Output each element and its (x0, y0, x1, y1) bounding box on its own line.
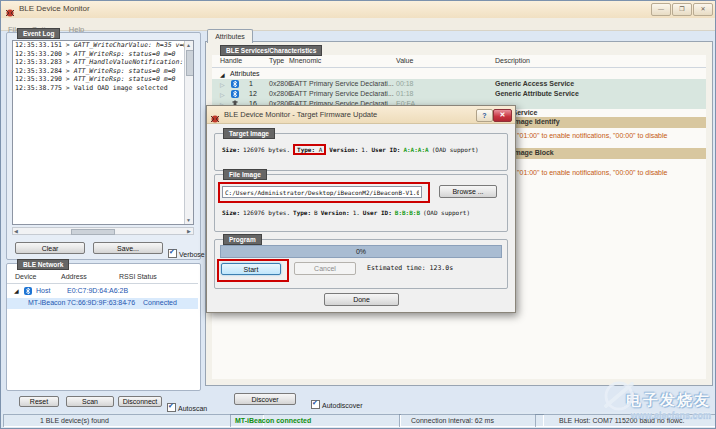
attributes-root-row[interactable]: ◢ Attributes (212, 69, 706, 79)
autodiscover-checkbox[interactable]: Autodiscover (311, 394, 362, 412)
start-button[interactable]: Start (221, 263, 281, 275)
col-handle: Handle (220, 57, 242, 64)
menu-bar: File Options Help (1, 18, 716, 31)
scroll-down-icon[interactable]: ▼ (186, 217, 191, 223)
scan-button[interactable]: Scan (66, 396, 114, 407)
start-annotation-box: Start (217, 259, 289, 282)
scroll-right-icon[interactable]: ▶ (187, 228, 191, 234)
log-line: 12:35:33.151 > GATT_WriteCharValue: h=35… (15, 42, 193, 50)
help-button[interactable]: ? (476, 109, 493, 122)
dialog-titlebar: BLE Device Monitor - Target Firmware Upd… (207, 106, 515, 124)
col-status: Status (137, 273, 157, 280)
col-rssi: RSSI (119, 273, 135, 280)
file-path-input[interactable] (222, 186, 422, 198)
cancel-button[interactable]: Cancel (294, 262, 356, 275)
col-mnenomic: Mnenomic (289, 57, 321, 64)
window-titlebar: BLE Device Monitor — ❐ ✕ (1, 1, 716, 19)
expander-icon[interactable]: ▷ (220, 81, 225, 88)
log-line: 12:35:33.283 > ATT_HandleValueNotificati… (15, 59, 193, 67)
log-line: 12:35:38.775 > Valid OAD image selected (15, 85, 193, 93)
bluetooth-icon (231, 90, 239, 98)
device-name: Host (36, 287, 50, 294)
log-line: 12:35:33.200 > ATT_WriteRsp: status=0 m=… (15, 51, 193, 59)
event-log-list[interactable]: 12:35:33.151 > GATT_WriteCharValue: h=35… (12, 40, 194, 225)
expander-icon[interactable]: ◢ (220, 71, 225, 78)
target-image-header: Target Image (223, 128, 275, 139)
checkbox-checked-icon (167, 403, 176, 412)
progress-bar: 0% (220, 245, 502, 258)
target-image-info: Size:126976 bytes.Type: AVersion:1.User … (222, 146, 479, 153)
disconnect-button[interactable]: Disconnect (118, 396, 162, 407)
event-log-header: Event Log (17, 28, 60, 39)
log-line: 12:35:33.284 > ATT_WriteRsp: status=0 m=… (15, 68, 193, 76)
file-image-info: Size:126976 bytes.Type:BVersion:1.User I… (222, 209, 470, 216)
log-vertical-scrollbar[interactable]: ▲ ▼ (184, 41, 193, 224)
col-device: Device (15, 273, 36, 280)
done-button[interactable]: Done (324, 293, 399, 306)
close-button[interactable]: ✕ (693, 3, 713, 16)
ble-network-header: BLE Network (17, 259, 69, 270)
expander-icon[interactable]: ◢ (14, 287, 19, 294)
expander-icon[interactable]: ▷ (220, 91, 225, 98)
window-title: BLE Device Monitor (19, 4, 90, 13)
col-description: Description (495, 57, 530, 64)
clear-button[interactable]: Clear (15, 242, 85, 254)
scrollbar-thumb[interactable] (186, 50, 194, 76)
col-type: Type (269, 57, 284, 64)
log-line: 12:35:33.290 > ATT_WriteRsp: status=0 m=… (15, 76, 193, 84)
watermark-cn-text: 电子发烧友 (626, 391, 711, 410)
checkbox-checked-icon (311, 400, 320, 409)
reset-button[interactable]: Reset (19, 396, 59, 407)
services-header: BLE Services/Characteristics (220, 45, 322, 56)
col-value: Value (396, 57, 413, 64)
log-horizontal-scrollbar[interactable]: ◀ ▶ (12, 227, 194, 235)
maximize-button[interactable]: ❐ (672, 3, 692, 16)
device-address: E0:C7:9D:64:A6:2B (67, 287, 128, 294)
network-row-mt-ibeacon[interactable]: MT-iBeacon 7C:66:9D:9F:63:84 -76 Connect… (7, 298, 198, 309)
scrollbar-thumb[interactable] (71, 229, 115, 235)
ble-device-monitor-window: BLE Device Monitor — ❐ ✕ File Options He… (0, 0, 716, 429)
device-status: Connected (143, 299, 177, 306)
scroll-up-icon[interactable]: ▲ (186, 42, 191, 48)
target-firmware-update-dialog: BLE Device Monitor - Target Firmware Upd… (206, 105, 516, 313)
app-icon (210, 110, 220, 128)
verbose-checkbox[interactable]: Verbose (168, 243, 205, 261)
bluetooth-icon (24, 287, 32, 295)
attribute-row[interactable]: ▷ 12 0x2800 GATT Primary Service Declara… (212, 89, 706, 99)
status-devices: 1 BLE device(s) found (3, 414, 264, 427)
dialog-title: BLE Device Monitor - Target Firmware Upd… (224, 110, 377, 119)
attribute-row[interactable]: ▷ 1 0x2800 GATT Primary Service Declarat… (212, 79, 706, 89)
device-rssi: -76 (125, 299, 135, 306)
bluetooth-icon (231, 80, 239, 88)
program-header: Program (223, 234, 262, 245)
estimated-time: Estimated time: 123.0s (367, 264, 453, 272)
save-button[interactable]: Save... (93, 242, 163, 254)
minimize-button[interactable]: — (651, 3, 671, 16)
type-annotation-box: Type: A (293, 144, 326, 155)
network-row-host[interactable]: ◢ Host E0:C7:9D:64:A6:2B (7, 286, 198, 297)
discover-button[interactable]: Discover (234, 393, 296, 405)
status-bar: 1 BLE device(s) found MT-iBeacon connect… (1, 412, 716, 429)
browse-button[interactable]: Browse ... (439, 185, 497, 198)
device-address: 7C:66:9D:9F:63:84 (67, 299, 126, 306)
status-interval: Connection interval: 62 ms (399, 414, 544, 427)
status-connection: MT-iBeacon connected (230, 414, 401, 427)
device-name: MT-iBeacon (28, 299, 65, 306)
path-annotation-box (218, 182, 430, 203)
root-label: Attributes (230, 70, 260, 77)
status-host: BLE Host: COM7 115200 baud no flowc. (535, 414, 716, 427)
file-image-header: File Image (223, 169, 267, 180)
col-address: Address (61, 273, 87, 280)
tab-attributes[interactable]: Attributes (207, 29, 253, 43)
scroll-left-icon[interactable]: ◀ (14, 228, 18, 234)
checkbox-checked-icon (168, 249, 177, 258)
dialog-close-button[interactable]: ✕ (493, 109, 512, 122)
